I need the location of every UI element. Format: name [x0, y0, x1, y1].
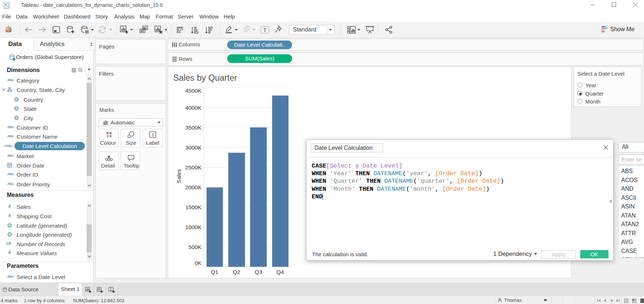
svg-text:T: T: [151, 132, 154, 138]
svg-text:T: T: [263, 28, 267, 33]
